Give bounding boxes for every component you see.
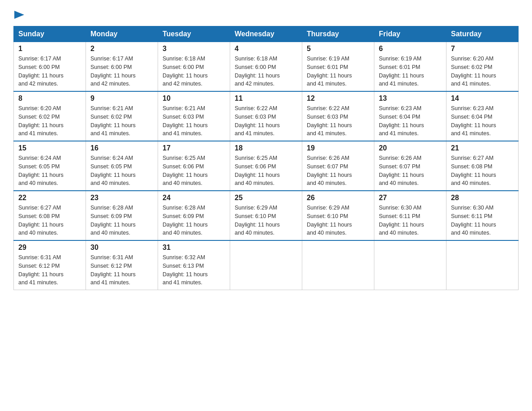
calendar-cell: 1Sunrise: 6:17 AMSunset: 6:00 PMDaylight… xyxy=(14,42,86,92)
day-number: 31 xyxy=(163,244,225,252)
day-number: 10 xyxy=(163,94,225,103)
calendar-cell: 10Sunrise: 6:21 AMSunset: 6:03 PMDayligh… xyxy=(158,91,230,141)
calendar-cell xyxy=(302,240,374,290)
calendar-cell: 14Sunrise: 6:23 AMSunset: 6:04 PMDayligh… xyxy=(446,91,519,141)
calendar-cell: 18Sunrise: 6:25 AMSunset: 6:06 PMDayligh… xyxy=(230,141,302,191)
day-number: 25 xyxy=(235,194,297,202)
day-info: Sunrise: 6:28 AMSunset: 6:09 PMDaylight:… xyxy=(90,204,153,237)
calendar-day-header: Thursday xyxy=(302,26,374,42)
day-info: Sunrise: 6:25 AMSunset: 6:06 PMDaylight:… xyxy=(235,154,297,188)
day-number: 27 xyxy=(379,194,442,202)
calendar-day-header: Saturday xyxy=(446,26,519,42)
calendar-cell: 27Sunrise: 6:30 AMSunset: 6:11 PMDayligh… xyxy=(374,191,446,240)
calendar-cell: 31Sunrise: 6:32 AMSunset: 6:13 PMDayligh… xyxy=(158,240,230,290)
calendar-week-row: 8Sunrise: 6:20 AMSunset: 6:02 PMDaylight… xyxy=(14,91,519,141)
day-info: Sunrise: 6:31 AMSunset: 6:12 PMDaylight:… xyxy=(18,253,81,287)
day-number: 19 xyxy=(307,144,369,152)
day-number: 26 xyxy=(307,194,369,202)
calendar-cell xyxy=(374,240,446,290)
calendar-cell: 5Sunrise: 6:19 AMSunset: 6:01 PMDaylight… xyxy=(302,42,374,92)
calendar-day-header: Tuesday xyxy=(158,26,230,42)
day-info: Sunrise: 6:32 AMSunset: 6:13 PMDaylight:… xyxy=(163,253,225,287)
day-number: 16 xyxy=(90,144,153,152)
day-info: Sunrise: 6:23 AMSunset: 6:04 PMDaylight:… xyxy=(451,104,514,138)
day-number: 15 xyxy=(18,144,81,152)
day-info: Sunrise: 6:17 AMSunset: 6:00 PMDaylight:… xyxy=(90,55,153,88)
calendar-cell: 4Sunrise: 6:18 AMSunset: 6:00 PMDaylight… xyxy=(230,42,302,92)
day-info: Sunrise: 6:29 AMSunset: 6:10 PMDaylight:… xyxy=(235,204,297,237)
day-info: Sunrise: 6:22 AMSunset: 6:03 PMDaylight:… xyxy=(307,104,369,138)
calendar-day-header: Monday xyxy=(86,26,158,42)
logo-triangle-icon xyxy=(14,11,24,19)
day-number: 7 xyxy=(451,45,514,53)
day-number: 18 xyxy=(235,144,297,152)
logo xyxy=(13,9,24,19)
calendar-cell: 13Sunrise: 6:23 AMSunset: 6:04 PMDayligh… xyxy=(374,91,446,141)
day-info: Sunrise: 6:20 AMSunset: 6:02 PMDaylight:… xyxy=(18,104,81,138)
day-info: Sunrise: 6:22 AMSunset: 6:03 PMDaylight:… xyxy=(235,104,297,138)
calendar-cell: 3Sunrise: 6:18 AMSunset: 6:00 PMDaylight… xyxy=(158,42,230,92)
calendar-cell: 22Sunrise: 6:27 AMSunset: 6:08 PMDayligh… xyxy=(14,191,86,240)
day-info: Sunrise: 6:19 AMSunset: 6:01 PMDaylight:… xyxy=(379,55,442,88)
day-info: Sunrise: 6:24 AMSunset: 6:05 PMDaylight:… xyxy=(18,154,81,188)
calendar-cell: 15Sunrise: 6:24 AMSunset: 6:05 PMDayligh… xyxy=(14,141,86,191)
calendar-cell: 28Sunrise: 6:30 AMSunset: 6:11 PMDayligh… xyxy=(446,191,519,240)
day-info: Sunrise: 6:26 AMSunset: 6:07 PMDaylight:… xyxy=(307,154,369,188)
day-number: 6 xyxy=(379,45,442,53)
day-info: Sunrise: 6:30 AMSunset: 6:11 PMDaylight:… xyxy=(379,204,442,237)
day-number: 30 xyxy=(90,244,153,252)
calendar-cell xyxy=(446,240,519,290)
calendar-cell: 24Sunrise: 6:28 AMSunset: 6:09 PMDayligh… xyxy=(158,191,230,240)
svg-marker-0 xyxy=(14,11,24,19)
calendar-cell: 17Sunrise: 6:25 AMSunset: 6:06 PMDayligh… xyxy=(158,141,230,191)
calendar-cell: 23Sunrise: 6:28 AMSunset: 6:09 PMDayligh… xyxy=(86,191,158,240)
day-info: Sunrise: 6:20 AMSunset: 6:02 PMDaylight:… xyxy=(451,55,514,88)
calendar-cell: 19Sunrise: 6:26 AMSunset: 6:07 PMDayligh… xyxy=(302,141,374,191)
day-number: 14 xyxy=(451,94,514,103)
calendar-cell: 11Sunrise: 6:22 AMSunset: 6:03 PMDayligh… xyxy=(230,91,302,141)
day-number: 22 xyxy=(18,194,81,202)
day-number: 29 xyxy=(18,244,81,252)
calendar-cell: 9Sunrise: 6:21 AMSunset: 6:02 PMDaylight… xyxy=(86,91,158,141)
calendar-cell: 20Sunrise: 6:26 AMSunset: 6:07 PMDayligh… xyxy=(374,141,446,191)
calendar-cell: 7Sunrise: 6:20 AMSunset: 6:02 PMDaylight… xyxy=(446,42,519,92)
day-info: Sunrise: 6:24 AMSunset: 6:05 PMDaylight:… xyxy=(90,154,153,188)
day-info: Sunrise: 6:23 AMSunset: 6:04 PMDaylight:… xyxy=(379,104,442,138)
day-info: Sunrise: 6:29 AMSunset: 6:10 PMDaylight:… xyxy=(307,204,369,237)
day-info: Sunrise: 6:27 AMSunset: 6:08 PMDaylight:… xyxy=(18,204,81,237)
day-number: 21 xyxy=(451,144,514,152)
day-number: 12 xyxy=(307,94,369,103)
day-number: 5 xyxy=(307,45,369,53)
calendar-day-header: Wednesday xyxy=(230,26,302,42)
day-number: 20 xyxy=(379,144,442,152)
calendar-cell xyxy=(230,240,302,290)
day-info: Sunrise: 6:21 AMSunset: 6:03 PMDaylight:… xyxy=(163,104,225,138)
day-info: Sunrise: 6:17 AMSunset: 6:00 PMDaylight:… xyxy=(18,55,81,88)
calendar-table: SundayMondayTuesdayWednesdayThursdayFrid… xyxy=(13,26,519,290)
calendar-cell: 2Sunrise: 6:17 AMSunset: 6:00 PMDaylight… xyxy=(86,42,158,92)
calendar-week-row: 29Sunrise: 6:31 AMSunset: 6:12 PMDayligh… xyxy=(14,240,519,290)
calendar-cell: 30Sunrise: 6:31 AMSunset: 6:12 PMDayligh… xyxy=(86,240,158,290)
day-number: 13 xyxy=(379,94,442,103)
day-number: 2 xyxy=(90,45,153,53)
day-number: 4 xyxy=(235,45,297,53)
day-info: Sunrise: 6:30 AMSunset: 6:11 PMDaylight:… xyxy=(451,204,514,237)
day-info: Sunrise: 6:26 AMSunset: 6:07 PMDaylight:… xyxy=(379,154,442,188)
day-number: 9 xyxy=(90,94,153,103)
day-info: Sunrise: 6:28 AMSunset: 6:09 PMDaylight:… xyxy=(163,204,225,237)
calendar-week-row: 22Sunrise: 6:27 AMSunset: 6:08 PMDayligh… xyxy=(14,191,519,240)
day-number: 17 xyxy=(163,144,225,152)
calendar-cell: 29Sunrise: 6:31 AMSunset: 6:12 PMDayligh… xyxy=(14,240,86,290)
day-number: 28 xyxy=(451,194,514,202)
calendar-cell: 26Sunrise: 6:29 AMSunset: 6:10 PMDayligh… xyxy=(302,191,374,240)
day-number: 24 xyxy=(163,194,225,202)
day-info: Sunrise: 6:19 AMSunset: 6:01 PMDaylight:… xyxy=(307,55,369,88)
calendar-week-row: 1Sunrise: 6:17 AMSunset: 6:00 PMDaylight… xyxy=(14,42,519,92)
day-number: 23 xyxy=(90,194,153,202)
day-info: Sunrise: 6:21 AMSunset: 6:02 PMDaylight:… xyxy=(90,104,153,138)
calendar-header-row: SundayMondayTuesdayWednesdayThursdayFrid… xyxy=(14,26,519,42)
calendar-cell: 21Sunrise: 6:27 AMSunset: 6:08 PMDayligh… xyxy=(446,141,519,191)
day-info: Sunrise: 6:31 AMSunset: 6:12 PMDaylight:… xyxy=(90,253,153,287)
day-number: 11 xyxy=(235,94,297,103)
calendar-cell: 16Sunrise: 6:24 AMSunset: 6:05 PMDayligh… xyxy=(86,141,158,191)
